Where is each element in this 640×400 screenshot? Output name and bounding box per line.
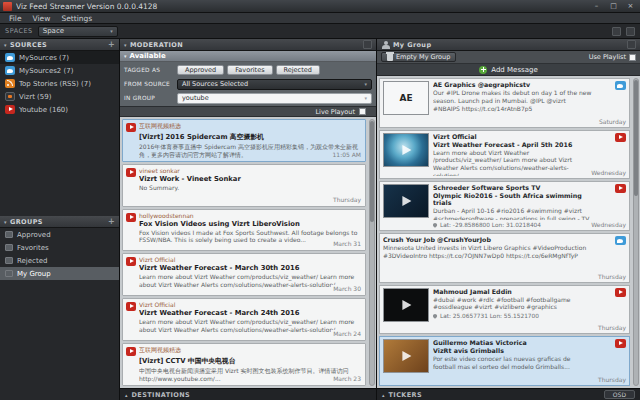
source-item[interactable]: MySources (7) — [0, 51, 119, 64]
available-section-header[interactable]: ▾ Available — [120, 51, 376, 62]
source-item[interactable]: MySources2 (7) — [0, 64, 119, 77]
message-text: #dubai #work #rdlc #football #footballga… — [433, 296, 594, 312]
collapse-icon: ▾ — [124, 42, 127, 48]
tickers-bar[interactable]: ▴ TICKERS OSD — [377, 388, 640, 400]
group-panel-header[interactable]: My Group — [377, 39, 640, 51]
group-label: Favorites — [17, 244, 49, 252]
from-source-dropdown[interactable]: All Sources Selected ▾ — [177, 79, 372, 90]
source-label: MySources2 (7) — [19, 67, 73, 75]
message-title: VizRt avis Grimballs — [433, 347, 594, 354]
message-geo: Lat: -29.8586800 Lon: 31.0218404 — [433, 222, 594, 228]
group-message-item[interactable]: Schroeder Software Sports TV Olympic Rio… — [379, 181, 630, 231]
feed-item[interactable]: vineet sonkar Vizrt Work - Vineet Sonkar… — [122, 164, 366, 207]
group-scrollbar[interactable] — [633, 78, 639, 386]
moderation-header[interactable]: ▾ MODERATION — [120, 39, 376, 51]
filter-approved-button[interactable]: Approved — [177, 65, 224, 75]
group-message-item[interactable]: Mahmoud Jamal Eddin #dubai #work #rdlc #… — [379, 285, 630, 335]
group-item[interactable]: My Group — [0, 267, 119, 280]
live-playout-checkbox[interactable] — [359, 108, 366, 115]
destinations-bar[interactable]: ▴ DESTINATIONS — [120, 388, 376, 400]
add-group-icon[interactable]: + — [108, 218, 115, 226]
message-timestamp: Thursday — [598, 324, 626, 331]
message-text: Minnesota United invests in Vizrt Libero… — [383, 244, 594, 260]
message-meta: Saturday — [599, 81, 626, 125]
empty-group-button[interactable]: Empty My Group — [381, 52, 456, 62]
video-thumbnail[interactable] — [383, 339, 429, 373]
menu-view[interactable]: View — [28, 14, 56, 23]
feed-item[interactable]: 互联网视频精选 [Vizrt] CCTV 中国中央电视台 中国中央电视台新闻演播… — [122, 343, 366, 386]
video-thumbnail[interactable] — [383, 288, 429, 322]
in-group-label: IN GROUP — [124, 95, 174, 101]
window-title: Viz Feed Streamer Version 0.0.0.4128 — [16, 2, 586, 11]
group-message-item[interactable]: Vizrt Official Vizrt Weather Forecast - … — [379, 130, 630, 180]
video-thumbnail[interactable] — [383, 133, 429, 167]
maximize-button[interactable]: □ — [607, 1, 620, 12]
tickers-label: TICKERS — [389, 391, 423, 399]
source-item[interactable]: Top Stories (RSS) (7) — [0, 77, 119, 90]
video-thumbnail[interactable] — [383, 184, 429, 218]
panel-options-icon[interactable] — [627, 40, 636, 49]
group-item[interactable]: Rejected — [0, 254, 119, 267]
video-thumbnail[interactable]: AE — [383, 81, 429, 115]
group-folder-icon — [5, 231, 13, 238]
message-author: Schroeder Software Sports TV — [433, 184, 594, 191]
group-message-item[interactable]: Crush Your Job @CrushYourJob Minnesota U… — [379, 233, 630, 283]
feed-item[interactable]: Vizrt Official Vizrt Weather Forecast - … — [122, 298, 366, 341]
feed-scrollbar[interactable] — [369, 119, 375, 386]
layout-icon[interactable] — [612, 27, 621, 36]
feed-timestamp: Thursday — [331, 196, 361, 203]
group-item[interactable]: Approved — [0, 228, 119, 241]
group-label: My Group — [17, 270, 51, 278]
source-item[interactable]: Vizrt (59) — [0, 90, 119, 103]
in-group-dropdown[interactable]: youtube ▾ — [177, 93, 372, 104]
empty-group-label: Empty My Group — [396, 53, 450, 61]
group-message-item[interactable]: Guillermo Matias Victorica VizRt avis Gr… — [379, 336, 630, 386]
feed-item[interactable]: 互联网视频精选 [Vizrt] 2016 Spidercam 高空摄影机 201… — [122, 119, 366, 162]
panel-options-icon[interactable] — [363, 40, 372, 49]
group-item[interactable]: Favorites — [0, 241, 119, 254]
add-source-icon[interactable]: + — [108, 41, 115, 49]
feed-summary: 中国中央电视台新闻演播室采用 Vizrt 实时图文包装系统制作节目。详情请访问 … — [139, 367, 360, 383]
menu-settings[interactable]: Settings — [56, 14, 97, 23]
collapse-icon: ▾ — [4, 42, 7, 48]
titlebar: Viz Feed Streamer Version 0.0.0.4128 – □… — [0, 0, 640, 13]
source-label: Youtube (160) — [19, 106, 68, 114]
feed-title: [Vizrt] 2016 Spidercam 高空摄影机 — [139, 132, 360, 142]
source-type-icon — [5, 79, 15, 88]
feed-summary: Fox Vision videos I made at Fox Sports S… — [139, 229, 360, 245]
feed-item-body: 互联网视频精选 [Vizrt] CCTV 中国中央电视台 中国中央电视台新闻演播… — [139, 346, 362, 383]
spaces-select[interactable]: Space ▾ — [38, 26, 118, 37]
menu-file[interactable]: File — [4, 14, 27, 23]
sources-header[interactable]: ▾ SOURCES + — [0, 39, 119, 51]
message-body: Crush Your Job @CrushYourJob Minnesota U… — [383, 236, 626, 280]
source-type-icon — [5, 105, 15, 114]
feed-item[interactable]: hollywoodstennan Fox Vision Videos using… — [122, 209, 366, 252]
source-type-icon — [615, 184, 626, 193]
feed-timestamp: March 23 — [331, 375, 361, 382]
group-message-item[interactable]: AE AE Graphics @aegraphicstv Our #IPL Dr… — [379, 78, 630, 128]
feed-item[interactable]: Vizrt Official Vizrt Weather Forecast - … — [122, 253, 366, 296]
available-feed-list: 互联网视频精选 [Vizrt] 2016 Spidercam 高空摄影机 201… — [120, 117, 376, 388]
close-button[interactable]: × — [624, 1, 637, 12]
spaces-selected-value: Space — [43, 27, 64, 35]
filter-favorites-button[interactable]: Favorites — [227, 65, 272, 75]
source-item[interactable]: Youtube (160) — [0, 103, 119, 116]
gear-icon[interactable] — [626, 27, 635, 36]
source-type-icon — [615, 236, 626, 245]
use-playlist-checkbox[interactable] — [629, 54, 636, 61]
source-type-icon — [615, 133, 626, 142]
groups-header[interactable]: ▾ GROUPS + — [0, 216, 119, 228]
message-author: Crush Your Job @CrushYourJob — [383, 236, 594, 243]
filter-rejected-button[interactable]: Rejected — [276, 65, 320, 75]
menubar: File View Settings — [0, 13, 640, 24]
message-author: Mahmoud Jamal Eddin — [433, 288, 594, 295]
add-message-button[interactable]: Add Message — [377, 64, 640, 76]
group-panel-title: My Group — [393, 41, 431, 49]
spaces-bar: SPACES Space ▾ — [0, 24, 640, 39]
message-timestamp: Wednesday — [591, 221, 626, 228]
minimize-button[interactable]: – — [590, 1, 603, 12]
message-meta: Thursday — [598, 339, 626, 383]
osd-button[interactable]: OSD — [604, 390, 635, 399]
location-pin-icon — [433, 313, 438, 319]
live-playout-row: Live Playout — [120, 106, 376, 117]
